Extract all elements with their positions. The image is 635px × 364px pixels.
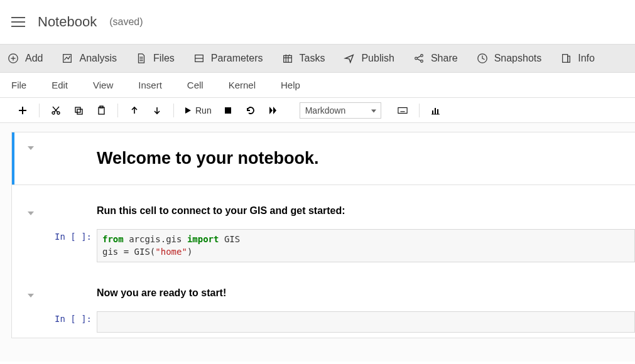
tasks-label: Tasks: [300, 53, 325, 64]
save-status: (saved): [109, 16, 143, 28]
separator: [173, 104, 174, 117]
separator: [39, 104, 40, 117]
files-icon: [136, 53, 147, 64]
snapshots-icon: [477, 53, 488, 64]
restart-button[interactable]: [239, 101, 262, 120]
info-icon: [560, 53, 572, 64]
editor-toolbar: Run Markdown: [0, 98, 635, 123]
publish-icon: [344, 53, 355, 64]
separator: [117, 104, 118, 117]
menu-edit[interactable]: Edit: [52, 80, 68, 90]
add-button[interactable]: Add: [8, 53, 43, 64]
cell-prompt: [50, 137, 97, 179]
svg-marker-38: [269, 107, 273, 114]
notebook-area: Welcome to your notebook. Run this cell …: [0, 123, 635, 361]
svg-point-17: [421, 55, 423, 57]
snapshots-button[interactable]: Snapshots: [477, 53, 542, 64]
share-button[interactable]: Share: [413, 53, 458, 64]
insert-cell-button[interactable]: [11, 101, 34, 120]
svg-rect-31: [77, 109, 82, 114]
copy-button[interactable]: [67, 101, 90, 120]
markdown-heading: Run this cell to connect to your GIS and…: [97, 203, 635, 219]
menu-insert[interactable]: Insert: [138, 80, 162, 90]
run-all-button[interactable]: [262, 101, 285, 120]
menu-kernel[interactable]: Kernel: [229, 80, 256, 90]
markdown-cell[interactable]: Run this cell to connect to your GIS and…: [12, 198, 635, 224]
cell-prompt: [50, 285, 97, 301]
svg-line-19: [417, 56, 420, 58]
collapse-icon[interactable]: [28, 294, 34, 297]
plus-circle-icon: [8, 53, 19, 64]
cell-prompt: In [ ]:: [50, 229, 97, 262]
markdown-cell[interactable]: Welcome to your notebook.: [12, 132, 635, 185]
svg-rect-9: [283, 56, 291, 63]
svg-point-18: [421, 60, 423, 63]
publish-button[interactable]: Publish: [344, 53, 394, 64]
svg-marker-36: [185, 107, 191, 114]
svg-rect-46: [432, 110, 433, 114]
menu-cell[interactable]: Cell: [187, 80, 204, 90]
parameters-label: Parameters: [211, 53, 263, 64]
cell-type-select[interactable]: Markdown: [300, 102, 381, 119]
cell-type-select-wrap[interactable]: Markdown: [292, 102, 381, 119]
svg-rect-40: [398, 107, 407, 113]
share-label: Share: [431, 53, 458, 64]
code-editor[interactable]: [97, 311, 635, 333]
svg-point-26: [52, 112, 55, 114]
move-down-button[interactable]: [146, 101, 168, 120]
keyboard-button[interactable]: [391, 101, 414, 120]
tasks-icon: [282, 53, 293, 64]
collapse-icon[interactable]: [28, 146, 34, 150]
markdown-heading: Welcome to your notebook.: [97, 137, 635, 179]
code-cell[interactable]: In [ ]: from arcgis.gis import GISgis = …: [12, 224, 635, 267]
separator: [419, 104, 420, 117]
markdown-cell[interactable]: Now you are ready to start!: [12, 280, 635, 306]
svg-rect-37: [225, 107, 231, 114]
notebook-title[interactable]: Notebook: [38, 14, 97, 30]
svg-rect-47: [435, 108, 436, 114]
markdown-heading: Now you are ready to start!: [97, 285, 635, 301]
chart-button[interactable]: [425, 101, 447, 120]
snapshots-label: Snapshots: [494, 53, 542, 64]
parameters-button[interactable]: Parameters: [193, 53, 263, 64]
menu-bar: File Edit View Insert Cell Kernel Help: [0, 73, 635, 98]
code-cell[interactable]: In [ ]:: [12, 306, 635, 338]
menu-icon[interactable]: [11, 17, 25, 27]
share-icon: [413, 53, 425, 64]
ribbon-toolbar: Add Analysis Files Parameters Tasks Publ…: [0, 44, 635, 73]
menu-view[interactable]: View: [93, 80, 113, 90]
paste-button[interactable]: [90, 101, 112, 120]
svg-marker-15: [345, 55, 354, 63]
svg-rect-23: [568, 56, 570, 62]
tasks-button[interactable]: Tasks: [282, 53, 325, 64]
analysis-label: Analysis: [79, 53, 117, 64]
cell-prompt: [50, 203, 97, 219]
menu-file[interactable]: File: [11, 80, 26, 90]
run-label: Run: [195, 105, 212, 115]
cell-prompt: In [ ]:: [50, 311, 97, 333]
parameters-icon: [193, 53, 205, 64]
interrupt-button[interactable]: [217, 101, 239, 120]
title-bar: Notebook (saved): [0, 0, 635, 44]
svg-rect-48: [437, 109, 438, 114]
info-button[interactable]: Info: [560, 53, 595, 64]
move-up-button[interactable]: [123, 101, 146, 120]
svg-point-16: [415, 57, 418, 60]
svg-rect-3: [63, 55, 72, 63]
analysis-icon: [62, 53, 73, 64]
menu-help[interactable]: Help: [281, 80, 300, 90]
svg-rect-22: [563, 55, 568, 63]
run-button[interactable]: Run: [179, 105, 217, 115]
info-label: Info: [578, 53, 595, 64]
analysis-button[interactable]: Analysis: [62, 53, 117, 64]
files-button[interactable]: Files: [136, 53, 175, 64]
svg-line-20: [417, 59, 420, 61]
cut-button[interactable]: [45, 101, 67, 120]
code-editor[interactable]: from arcgis.gis import GISgis = GIS("hom…: [97, 229, 635, 262]
svg-point-27: [57, 112, 60, 114]
notebook-inner: Welcome to your notebook. Run this cell …: [11, 132, 635, 338]
files-label: Files: [153, 53, 175, 64]
svg-rect-30: [75, 107, 80, 112]
publish-label: Publish: [361, 53, 394, 64]
collapse-icon[interactable]: [28, 211, 34, 215]
